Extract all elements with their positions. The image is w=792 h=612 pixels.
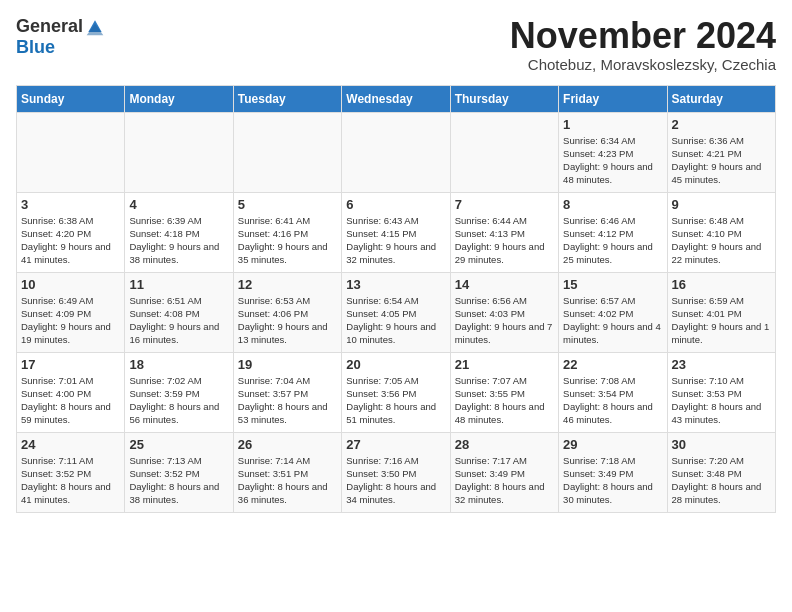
day-number: 13 — [346, 277, 445, 292]
day-info: Sunrise: 6:39 AM Sunset: 4:18 PM Dayligh… — [129, 214, 228, 267]
calendar-cell: 4Sunrise: 6:39 AM Sunset: 4:18 PM Daylig… — [125, 192, 233, 272]
calendar-cell — [342, 112, 450, 192]
day-number: 25 — [129, 437, 228, 452]
day-number: 11 — [129, 277, 228, 292]
day-info: Sunrise: 6:57 AM Sunset: 4:02 PM Dayligh… — [563, 294, 662, 347]
page-header: General Blue November 2024 Chotebuz, Mor… — [16, 16, 776, 73]
day-info: Sunrise: 7:10 AM Sunset: 3:53 PM Dayligh… — [672, 374, 771, 427]
month-title: November 2024 — [510, 16, 776, 56]
calendar-body: 1Sunrise: 6:34 AM Sunset: 4:23 PM Daylig… — [17, 112, 776, 512]
calendar-table: SundayMondayTuesdayWednesdayThursdayFrid… — [16, 85, 776, 513]
day-number: 10 — [21, 277, 120, 292]
day-number: 16 — [672, 277, 771, 292]
day-number: 14 — [455, 277, 554, 292]
day-info: Sunrise: 7:14 AM Sunset: 3:51 PM Dayligh… — [238, 454, 337, 507]
day-info: Sunrise: 7:11 AM Sunset: 3:52 PM Dayligh… — [21, 454, 120, 507]
day-number: 3 — [21, 197, 120, 212]
calendar-week-4: 17Sunrise: 7:01 AM Sunset: 4:00 PM Dayli… — [17, 352, 776, 432]
calendar-cell: 29Sunrise: 7:18 AM Sunset: 3:49 PM Dayli… — [559, 432, 667, 512]
calendar-cell: 8Sunrise: 6:46 AM Sunset: 4:12 PM Daylig… — [559, 192, 667, 272]
day-info: Sunrise: 7:16 AM Sunset: 3:50 PM Dayligh… — [346, 454, 445, 507]
day-number: 21 — [455, 357, 554, 372]
day-info: Sunrise: 6:36 AM Sunset: 4:21 PM Dayligh… — [672, 134, 771, 187]
calendar-cell: 14Sunrise: 6:56 AM Sunset: 4:03 PM Dayli… — [450, 272, 558, 352]
day-info: Sunrise: 7:02 AM Sunset: 3:59 PM Dayligh… — [129, 374, 228, 427]
day-number: 20 — [346, 357, 445, 372]
title-block: November 2024 Chotebuz, Moravskoslezsky,… — [510, 16, 776, 73]
day-number: 5 — [238, 197, 337, 212]
day-info: Sunrise: 6:53 AM Sunset: 4:06 PM Dayligh… — [238, 294, 337, 347]
logo-blue-text: Blue — [16, 37, 55, 58]
day-info: Sunrise: 6:59 AM Sunset: 4:01 PM Dayligh… — [672, 294, 771, 347]
calendar-cell: 22Sunrise: 7:08 AM Sunset: 3:54 PM Dayli… — [559, 352, 667, 432]
calendar-cell: 2Sunrise: 6:36 AM Sunset: 4:21 PM Daylig… — [667, 112, 775, 192]
calendar-cell: 12Sunrise: 6:53 AM Sunset: 4:06 PM Dayli… — [233, 272, 341, 352]
day-info: Sunrise: 7:20 AM Sunset: 3:48 PM Dayligh… — [672, 454, 771, 507]
day-number: 4 — [129, 197, 228, 212]
calendar-cell: 9Sunrise: 6:48 AM Sunset: 4:10 PM Daylig… — [667, 192, 775, 272]
calendar-cell: 26Sunrise: 7:14 AM Sunset: 3:51 PM Dayli… — [233, 432, 341, 512]
calendar-cell: 17Sunrise: 7:01 AM Sunset: 4:00 PM Dayli… — [17, 352, 125, 432]
calendar-week-2: 3Sunrise: 6:38 AM Sunset: 4:20 PM Daylig… — [17, 192, 776, 272]
day-number: 28 — [455, 437, 554, 452]
day-number: 7 — [455, 197, 554, 212]
calendar-cell: 28Sunrise: 7:17 AM Sunset: 3:49 PM Dayli… — [450, 432, 558, 512]
day-info: Sunrise: 7:04 AM Sunset: 3:57 PM Dayligh… — [238, 374, 337, 427]
day-info: Sunrise: 6:46 AM Sunset: 4:12 PM Dayligh… — [563, 214, 662, 267]
day-number: 9 — [672, 197, 771, 212]
day-info: Sunrise: 6:34 AM Sunset: 4:23 PM Dayligh… — [563, 134, 662, 187]
calendar-cell — [450, 112, 558, 192]
day-number: 8 — [563, 197, 662, 212]
svg-marker-1 — [87, 23, 104, 35]
day-number: 6 — [346, 197, 445, 212]
calendar-cell — [17, 112, 125, 192]
day-info: Sunrise: 6:48 AM Sunset: 4:10 PM Dayligh… — [672, 214, 771, 267]
day-info: Sunrise: 7:13 AM Sunset: 3:52 PM Dayligh… — [129, 454, 228, 507]
header-row: SundayMondayTuesdayWednesdayThursdayFrid… — [17, 85, 776, 112]
calendar-cell: 24Sunrise: 7:11 AM Sunset: 3:52 PM Dayli… — [17, 432, 125, 512]
day-info: Sunrise: 6:44 AM Sunset: 4:13 PM Dayligh… — [455, 214, 554, 267]
day-header-friday: Friday — [559, 85, 667, 112]
day-number: 12 — [238, 277, 337, 292]
logo: General Blue — [16, 16, 105, 58]
calendar-cell: 7Sunrise: 6:44 AM Sunset: 4:13 PM Daylig… — [450, 192, 558, 272]
calendar-cell: 25Sunrise: 7:13 AM Sunset: 3:52 PM Dayli… — [125, 432, 233, 512]
day-info: Sunrise: 7:01 AM Sunset: 4:00 PM Dayligh… — [21, 374, 120, 427]
day-header-saturday: Saturday — [667, 85, 775, 112]
calendar-cell: 27Sunrise: 7:16 AM Sunset: 3:50 PM Dayli… — [342, 432, 450, 512]
calendar-cell: 21Sunrise: 7:07 AM Sunset: 3:55 PM Dayli… — [450, 352, 558, 432]
day-info: Sunrise: 6:49 AM Sunset: 4:09 PM Dayligh… — [21, 294, 120, 347]
day-info: Sunrise: 6:43 AM Sunset: 4:15 PM Dayligh… — [346, 214, 445, 267]
day-info: Sunrise: 7:07 AM Sunset: 3:55 PM Dayligh… — [455, 374, 554, 427]
day-info: Sunrise: 6:51 AM Sunset: 4:08 PM Dayligh… — [129, 294, 228, 347]
day-header-sunday: Sunday — [17, 85, 125, 112]
calendar-cell: 3Sunrise: 6:38 AM Sunset: 4:20 PM Daylig… — [17, 192, 125, 272]
day-number: 29 — [563, 437, 662, 452]
calendar-week-3: 10Sunrise: 6:49 AM Sunset: 4:09 PM Dayli… — [17, 272, 776, 352]
day-number: 26 — [238, 437, 337, 452]
day-number: 24 — [21, 437, 120, 452]
day-number: 17 — [21, 357, 120, 372]
day-header-thursday: Thursday — [450, 85, 558, 112]
day-header-wednesday: Wednesday — [342, 85, 450, 112]
calendar-cell — [233, 112, 341, 192]
day-info: Sunrise: 6:41 AM Sunset: 4:16 PM Dayligh… — [238, 214, 337, 267]
day-header-monday: Monday — [125, 85, 233, 112]
calendar-cell: 10Sunrise: 6:49 AM Sunset: 4:09 PM Dayli… — [17, 272, 125, 352]
calendar-cell: 30Sunrise: 7:20 AM Sunset: 3:48 PM Dayli… — [667, 432, 775, 512]
calendar-header: SundayMondayTuesdayWednesdayThursdayFrid… — [17, 85, 776, 112]
calendar-cell: 5Sunrise: 6:41 AM Sunset: 4:16 PM Daylig… — [233, 192, 341, 272]
day-info: Sunrise: 7:17 AM Sunset: 3:49 PM Dayligh… — [455, 454, 554, 507]
calendar-cell: 6Sunrise: 6:43 AM Sunset: 4:15 PM Daylig… — [342, 192, 450, 272]
day-number: 30 — [672, 437, 771, 452]
logo-general-text: General — [16, 16, 83, 37]
day-header-tuesday: Tuesday — [233, 85, 341, 112]
day-number: 2 — [672, 117, 771, 132]
day-info: Sunrise: 6:56 AM Sunset: 4:03 PM Dayligh… — [455, 294, 554, 347]
calendar-cell: 16Sunrise: 6:59 AM Sunset: 4:01 PM Dayli… — [667, 272, 775, 352]
day-info: Sunrise: 7:08 AM Sunset: 3:54 PM Dayligh… — [563, 374, 662, 427]
day-number: 22 — [563, 357, 662, 372]
calendar-cell — [125, 112, 233, 192]
day-info: Sunrise: 7:18 AM Sunset: 3:49 PM Dayligh… — [563, 454, 662, 507]
calendar-cell: 19Sunrise: 7:04 AM Sunset: 3:57 PM Dayli… — [233, 352, 341, 432]
